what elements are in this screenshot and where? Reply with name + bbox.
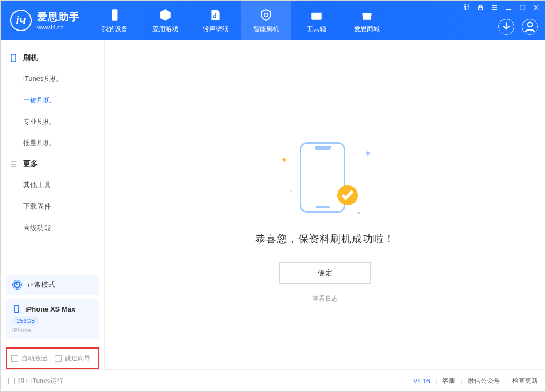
window-controls — [463, 4, 540, 11]
toolbox-icon — [309, 8, 324, 23]
music-file-icon — [208, 8, 223, 23]
device-name: iPhone XS Max — [25, 305, 75, 313]
app-url: www.i4.cn — [37, 24, 80, 31]
maximize-icon[interactable] — [519, 4, 526, 11]
title-bar: iч 爱思助手 www.i4.cn 我的设备 应用游戏 铃声壁纸 智能刷机 工具… — [1, 1, 545, 40]
mode-label: 正常模式 — [27, 280, 55, 290]
nav-apps-games[interactable]: 应用游戏 — [140, 1, 190, 40]
sidebar-item-one-click-flash[interactable]: 一键刷机 — [1, 90, 104, 111]
checkbox-icon — [8, 378, 15, 384]
list-icon — [9, 160, 18, 168]
options-highlight-box: 自动激活 跳过向导 — [6, 347, 99, 369]
device-phone-icon — [12, 305, 21, 313]
store-icon — [359, 8, 374, 23]
nav-smart-flash[interactable]: 智能刷机 — [241, 1, 291, 40]
support-link[interactable]: 客服 — [442, 376, 455, 386]
device-type: iPhone — [12, 327, 92, 334]
mode-icon — [12, 280, 22, 290]
ok-button[interactable]: 确定 — [279, 262, 371, 284]
cube-icon — [158, 8, 173, 23]
checkbox-icon — [55, 355, 62, 362]
checkbox-block-itunes[interactable]: 阻止iTunes运行 — [8, 376, 63, 386]
device-icon — [9, 54, 18, 62]
sidebar-item-batch-flash[interactable]: 批量刷机 — [1, 132, 104, 154]
check-badge-icon — [337, 185, 358, 205]
main-content: 恭喜您，保资料刷机成功啦！ 确定 查看日志 — [105, 40, 545, 369]
wechat-link[interactable]: 微信公众号 — [468, 376, 500, 386]
lock-icon[interactable] — [477, 4, 484, 11]
svg-rect-6 — [14, 305, 19, 313]
device-card[interactable]: iPhone XS Max 256GB iPhone — [6, 299, 99, 339]
check-update-link[interactable]: 检查更新 — [512, 376, 538, 386]
refresh-shield-icon — [259, 8, 274, 23]
svg-rect-2 — [479, 7, 483, 10]
phone-icon — [107, 8, 122, 23]
minimize-icon[interactable] — [505, 4, 512, 11]
header-actions — [498, 19, 538, 35]
sidebar-item-download-firmware[interactable]: 下载固件 — [1, 196, 104, 217]
sidebar-item-advanced[interactable]: 高级功能 — [1, 217, 104, 239]
sidebar-item-pro-flash[interactable]: 专业刷机 — [1, 111, 104, 132]
mode-card[interactable]: 正常模式 — [6, 275, 99, 295]
version-label: V8.16 — [413, 378, 430, 385]
status-bar: 阻止iTunes运行 V8.16 | 客服 | 微信公众号 | 检查更新 — [1, 369, 545, 392]
svg-rect-5 — [11, 54, 16, 62]
checkbox-icon — [11, 355, 18, 362]
device-capacity: 256GB — [12, 316, 39, 325]
section-flash: 刷机 — [1, 48, 104, 68]
svg-point-4 — [528, 23, 532, 27]
nav-ringtones-wallpapers[interactable]: 铃声壁纸 — [190, 1, 241, 40]
account-button[interactable] — [522, 19, 538, 35]
close-icon[interactable] — [533, 4, 540, 11]
success-message: 恭喜您，保资料刷机成功啦！ — [255, 232, 395, 246]
svg-rect-1 — [311, 12, 322, 19]
app-name: 爱思助手 — [37, 10, 80, 24]
download-button[interactable] — [498, 19, 514, 35]
nav-my-device[interactable]: 我的设备 — [90, 1, 140, 40]
checkbox-skip-wizard[interactable]: 跳过向导 — [55, 354, 91, 363]
tshirt-icon[interactable] — [463, 4, 470, 11]
sidebar-item-other-tools[interactable]: 其他工具 — [1, 174, 104, 196]
nav-store[interactable]: 爱思商城 — [342, 1, 392, 40]
nav-toolbox[interactable]: 工具箱 — [291, 1, 342, 40]
section-more: 更多 — [1, 154, 104, 174]
checkbox-auto-activate[interactable]: 自动激活 — [11, 354, 47, 363]
top-nav: 我的设备 应用游戏 铃声壁纸 智能刷机 工具箱 爱思商城 — [90, 1, 392, 40]
success-illustration — [279, 142, 371, 217]
svg-rect-3 — [520, 5, 525, 10]
menu-icon[interactable] — [491, 4, 498, 11]
logo-icon: iч — [10, 10, 32, 31]
app-logo: iч 爱思助手 www.i4.cn — [1, 10, 90, 31]
view-log-link[interactable]: 查看日志 — [312, 294, 338, 304]
svg-rect-0 — [112, 9, 118, 21]
sidebar-item-itunes-flash[interactable]: iTunes刷机 — [1, 68, 104, 90]
sidebar: 刷机 iTunes刷机 一键刷机 专业刷机 批量刷机 更多 其他工具 下载固件 … — [1, 40, 105, 369]
